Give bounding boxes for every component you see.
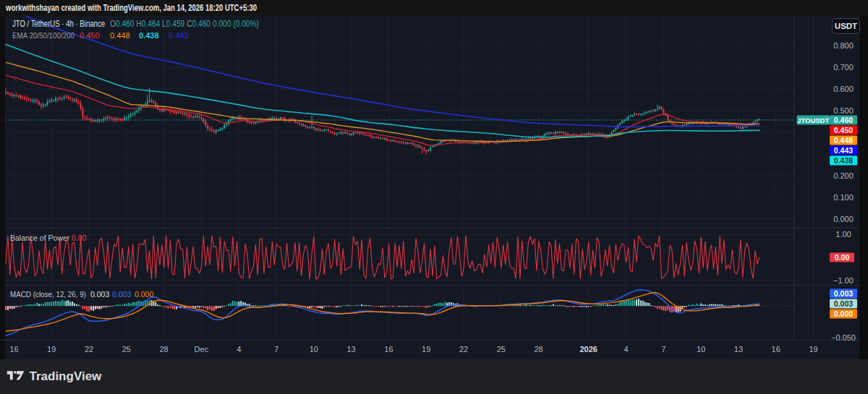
svg-text:19: 19: [47, 345, 56, 354]
svg-text:13: 13: [346, 345, 355, 354]
svg-text:0.600: 0.600: [833, 85, 854, 93]
svg-text:0.003: 0.003: [112, 290, 131, 299]
svg-text:O0.460 H0.464 L0.459 C0.460 0.: O0.460 H0.464 L0.459 C0.460 0.000 (0.00%…: [110, 19, 259, 29]
svg-text:0.00: 0.00: [72, 234, 87, 242]
svg-text:0.500: 0.500: [833, 106, 854, 115]
svg-text:0.438: 0.438: [834, 156, 853, 165]
svg-text:0.450: 0.450: [80, 31, 100, 40]
svg-text:1.00: 1.00: [835, 230, 851, 239]
svg-text:7: 7: [661, 345, 665, 354]
svg-text:0.003: 0.003: [90, 290, 109, 299]
svg-text:22: 22: [459, 345, 468, 354]
svg-text:Dec: Dec: [195, 345, 209, 354]
svg-text:25: 25: [497, 345, 506, 354]
svg-text:workwithshayan created with Tr: workwithshayan created with TradingView.…: [5, 3, 257, 13]
svg-text:0.00: 0.00: [835, 253, 850, 262]
svg-text:16: 16: [772, 345, 780, 354]
svg-text:MACD (close, 12, 26, 9): MACD (close, 12, 26, 9): [10, 290, 86, 299]
svg-text:4: 4: [624, 345, 628, 354]
svg-text:28: 28: [534, 345, 542, 354]
svg-text:25: 25: [122, 345, 131, 354]
svg-text:0.003: 0.003: [834, 289, 853, 298]
svg-text:10: 10: [697, 345, 705, 354]
svg-text:19: 19: [422, 345, 430, 354]
svg-text:TradingView: TradingView: [30, 369, 103, 383]
svg-text:0.460: 0.460: [834, 116, 853, 124]
svg-text:0.448: 0.448: [110, 31, 130, 40]
svg-text:7: 7: [274, 345, 278, 354]
svg-text:22: 22: [85, 345, 93, 354]
svg-text:0.443: 0.443: [834, 146, 853, 155]
svg-text:0.200: 0.200: [833, 171, 854, 180]
svg-text:10: 10: [310, 345, 318, 354]
svg-text:16: 16: [9, 345, 18, 354]
svg-text:−1.00: −1.00: [833, 276, 854, 285]
svg-text:13: 13: [734, 345, 743, 354]
svg-text:28: 28: [159, 345, 168, 354]
svg-text:16: 16: [384, 345, 393, 354]
svg-text:0.000: 0.000: [833, 215, 854, 223]
svg-text:EMA 20/50/100/200: EMA 20/50/100/200: [12, 31, 75, 40]
svg-text:−0.050: −0.050: [831, 333, 856, 342]
svg-text:0.000: 0.000: [834, 309, 853, 318]
svg-text:USDT: USDT: [835, 22, 857, 30]
svg-text:0.443: 0.443: [169, 31, 189, 40]
svg-text:0.003: 0.003: [834, 299, 853, 308]
svg-text:4: 4: [237, 345, 241, 354]
svg-text:Balance of Power: Balance of Power: [10, 234, 70, 242]
svg-text:0.448: 0.448: [834, 136, 853, 145]
svg-text:2026: 2026: [579, 345, 597, 354]
svg-text:JTO / TetherUS · 4h · Binance: JTO / TetherUS · 4h · Binance: [12, 19, 105, 29]
svg-text:19: 19: [809, 345, 817, 354]
svg-text:0.800: 0.800: [833, 41, 854, 50]
svg-text:0.100: 0.100: [833, 193, 854, 202]
svg-text:0.438: 0.438: [139, 31, 159, 40]
svg-text:0.000: 0.000: [135, 290, 153, 299]
svg-text:0.700: 0.700: [833, 63, 854, 72]
svg-text:0.450: 0.450: [834, 126, 853, 134]
svg-text:JTOUSDT: JTOUSDT: [797, 116, 829, 124]
